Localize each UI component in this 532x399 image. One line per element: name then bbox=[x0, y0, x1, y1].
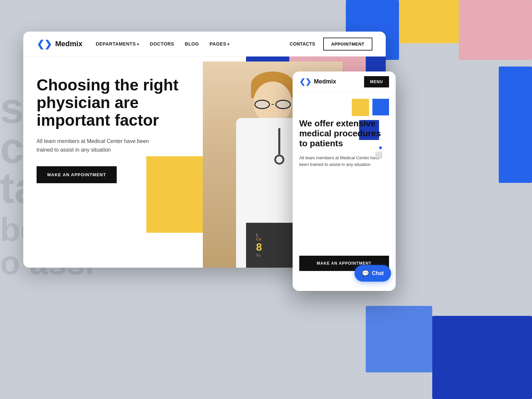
bg-yellow-block bbox=[399, 0, 459, 43]
hero-cta-button[interactable]: MAKE AN APPOINTMENT bbox=[37, 166, 117, 183]
mobile-scroll-indicator: ⬜ bbox=[375, 151, 382, 159]
mobile-hero-title: We offer extensive medical procedures to… bbox=[299, 119, 389, 149]
bg-blue-block-bm bbox=[366, 306, 432, 372]
appointment-button[interactable]: APPOINTMENT bbox=[323, 38, 372, 51]
nav-departaments[interactable]: DEPARTAMENTS bbox=[96, 41, 139, 47]
desktop-logo-text: Medmix bbox=[55, 40, 82, 48]
desktop-nav-right: CONTACTS APPOINTMENT bbox=[290, 38, 372, 51]
nav-pages[interactable]: PAGES bbox=[209, 41, 230, 47]
mobile-hero: We offer extensive medical procedures to… bbox=[293, 92, 396, 291]
mobile-logo: ❮❯ Medmix bbox=[299, 77, 364, 86]
chat-icon: 💬 bbox=[362, 270, 369, 277]
hero-title: Choosing the right physician are importa… bbox=[37, 76, 209, 129]
mobile-logo-text: Medmix bbox=[314, 78, 336, 85]
desktop-logo-icon: ❮❯ bbox=[37, 39, 52, 50]
bg-blue-block-br bbox=[432, 316, 532, 399]
bottom-bar-sublabel: Yo bbox=[256, 253, 262, 257]
mobile-menu-button[interactable]: MENU bbox=[364, 76, 389, 87]
mobile-content: We offer extensive medical procedures to… bbox=[293, 92, 396, 183]
chat-button[interactable]: 💬 Chat bbox=[354, 265, 391, 282]
desktop-logo: ❮❯ Medmix bbox=[37, 39, 82, 50]
hero-subtitle: All team members at Medical Center have … bbox=[37, 137, 150, 154]
bg-blue-block-right bbox=[499, 66, 532, 183]
hero-content: Choosing the right physician are importa… bbox=[23, 57, 223, 203]
bottom-bar-label: ECa bbox=[256, 233, 262, 241]
nav-blog[interactable]: BLOG bbox=[185, 41, 199, 47]
chat-label: Chat bbox=[372, 270, 384, 276]
desktop-nav: ❮❯ Medmix DEPARTAMENTS DOCTORS BLOG PAGE… bbox=[23, 32, 386, 57]
bg-pink-block bbox=[459, 0, 532, 60]
mobile-logo-icon: ❮❯ bbox=[299, 77, 311, 86]
mobile-nav: ❮❯ Medmix MENU bbox=[293, 71, 396, 92]
mobile-diamond-icon: ◆ bbox=[379, 145, 382, 150]
bottom-bar-info: ECa 8 Yo bbox=[256, 233, 262, 257]
desktop-nav-links: DEPARTAMENTS DOCTORS BLOG PAGES bbox=[96, 41, 290, 47]
nav-contacts[interactable]: CONTACTS bbox=[290, 41, 315, 47]
nav-doctors[interactable]: DOCTORS bbox=[150, 41, 174, 47]
bottom-bar-number: 8 bbox=[256, 241, 262, 253]
mobile-card: ❮❯ Medmix MENU We offer extensive medica… bbox=[293, 71, 396, 291]
